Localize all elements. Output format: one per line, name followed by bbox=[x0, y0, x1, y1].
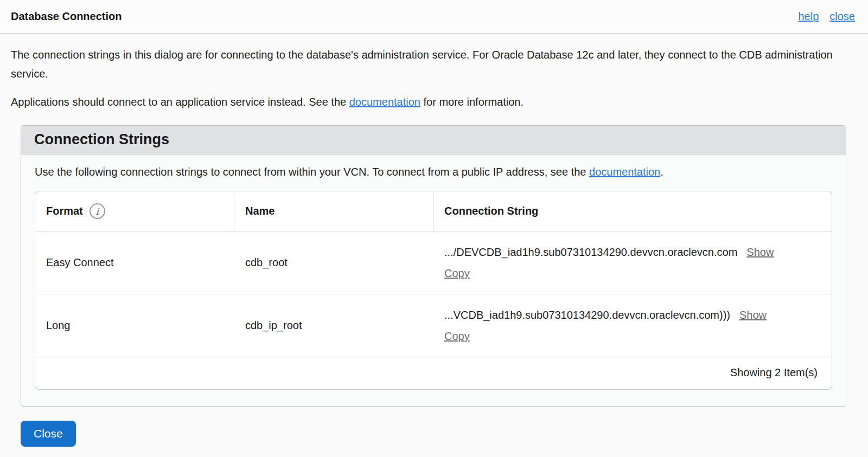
column-header-connection-string: Connection String bbox=[433, 191, 832, 231]
column-header-name: Name bbox=[234, 191, 433, 231]
panel-description-pre: Use the following connection strings to … bbox=[35, 166, 589, 178]
intro-paragraph-1: The connection strings in this dialog ar… bbox=[11, 46, 839, 83]
panel-description: Use the following connection strings to … bbox=[35, 166, 832, 178]
connection-strings-panel: Connection Strings Use the following con… bbox=[21, 125, 846, 407]
documentation-link-panel[interactable]: documentation bbox=[589, 166, 660, 178]
table-row: Easy Connect cdb_root .../DEVCDB_iad1h9.… bbox=[35, 231, 832, 294]
cell-name: cdb_ip_root bbox=[234, 294, 433, 357]
titlebar-links: help close bbox=[798, 10, 855, 23]
table-footer: Showing 2 Item(s) bbox=[35, 357, 832, 389]
table-row: Long cdb_ip_root ...VCDB_iad1h9.sub07310… bbox=[35, 294, 832, 357]
copy-link[interactable]: Copy bbox=[444, 267, 470, 279]
column-header-connection-string-label: Connection String bbox=[444, 205, 538, 217]
intro-paragraph-2: Applications should connect to an applic… bbox=[11, 93, 839, 112]
info-icon[interactable]: i bbox=[90, 203, 105, 219]
dialog-titlebar: Database Connection help close bbox=[0, 0, 868, 34]
intro-paragraph-2-post: for more information. bbox=[420, 96, 524, 108]
cell-name: cdb_root bbox=[234, 231, 433, 294]
intro-paragraph-2-pre: Applications should connect to an applic… bbox=[11, 96, 349, 108]
connection-string-value: .../DEVCDB_iad1h9.sub07310134290.devvcn.… bbox=[444, 246, 737, 258]
dialog-title: Database Connection bbox=[11, 10, 122, 23]
cell-format: Easy Connect bbox=[35, 231, 234, 294]
show-link[interactable]: Show bbox=[746, 246, 774, 258]
show-link[interactable]: Show bbox=[739, 309, 767, 321]
table-header-row: Format i Name Connection String bbox=[35, 191, 832, 231]
column-header-format: Format i bbox=[35, 191, 234, 231]
intro-paragraph-1-text: The connection strings in this dialog ar… bbox=[11, 49, 833, 80]
close-button[interactable]: Close bbox=[21, 421, 76, 447]
connection-strings-panel-header: Connection Strings bbox=[21, 126, 846, 155]
panel-description-post: . bbox=[660, 166, 663, 178]
close-link[interactable]: close bbox=[829, 10, 855, 23]
documentation-link-intro[interactable]: documentation bbox=[349, 96, 420, 108]
dialog-body: The connection strings in this dialog ar… bbox=[0, 46, 868, 447]
cell-connection-string: .../DEVCDB_iad1h9.sub07310134290.devvcn.… bbox=[433, 231, 832, 294]
connection-string-line: .../DEVCDB_iad1h9.sub07310134290.devvcn.… bbox=[444, 242, 821, 263]
connection-string-line: ...VCDB_iad1h9.sub07310134290.devvcn.ora… bbox=[444, 305, 821, 326]
connection-string-value: ...VCDB_iad1h9.sub07310134290.devvcn.ora… bbox=[444, 309, 730, 321]
cell-connection-string: ...VCDB_iad1h9.sub07310134290.devvcn.ora… bbox=[433, 294, 832, 357]
column-header-name-label: Name bbox=[245, 205, 275, 217]
connection-strings-title: Connection Strings bbox=[34, 131, 833, 148]
connection-strings-panel-body: Use the following connection strings to … bbox=[21, 155, 846, 406]
column-header-format-label: Format bbox=[46, 205, 83, 217]
help-link[interactable]: help bbox=[798, 10, 819, 23]
connection-strings-table: Format i Name Connection String Easy Con… bbox=[35, 191, 832, 390]
copy-link[interactable]: Copy bbox=[444, 330, 470, 342]
table-item-count: Showing 2 Item(s) bbox=[730, 366, 818, 378]
cell-format: Long bbox=[35, 294, 234, 357]
dialog-actions: Close bbox=[21, 421, 857, 447]
